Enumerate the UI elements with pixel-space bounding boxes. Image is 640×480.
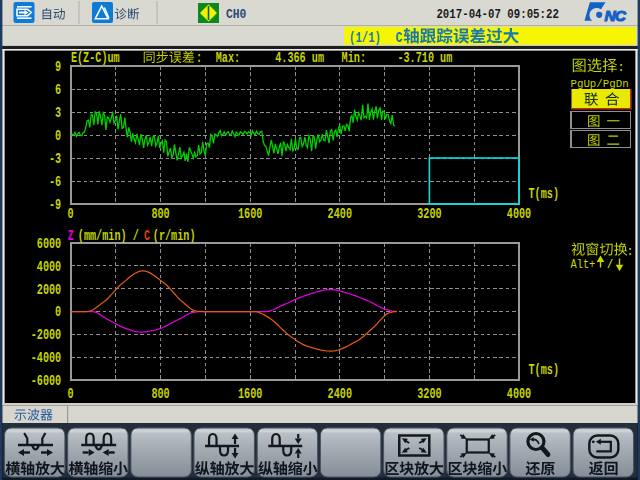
svg-text:0: 0 xyxy=(55,128,61,144)
svg-text:6: 6 xyxy=(55,82,61,98)
svg-text:T(ms): T(ms) xyxy=(529,186,560,202)
svg-text:(1/1): (1/1) xyxy=(349,30,381,47)
svg-text:1600: 1600 xyxy=(238,206,262,222)
svg-text:Z: Z xyxy=(68,228,74,244)
svg-text:4000: 4000 xyxy=(37,259,61,275)
svg-text:CH0: CH0 xyxy=(226,7,247,22)
svg-text:800: 800 xyxy=(151,206,169,222)
svg-text:3200: 3200 xyxy=(417,386,441,402)
svg-text:0: 0 xyxy=(55,304,61,320)
svg-text:Alt+: Alt+ xyxy=(571,258,596,272)
svg-text:Max:: Max: xyxy=(216,50,240,66)
svg-text:9: 9 xyxy=(55,59,61,75)
svg-text:3200: 3200 xyxy=(417,206,441,222)
svg-text:(mm/min): (mm/min) xyxy=(78,228,127,244)
svg-text:0: 0 xyxy=(68,386,74,402)
svg-text:-9: -9 xyxy=(49,197,61,213)
svg-text:0: 0 xyxy=(68,206,74,222)
svg-text:4.366 um: 4.366 um xyxy=(275,50,324,66)
svg-text:4000: 4000 xyxy=(507,206,531,222)
svg-text:T(ms): T(ms) xyxy=(529,362,560,378)
svg-text:1600: 1600 xyxy=(238,386,262,402)
svg-text:Min:: Min: xyxy=(342,50,366,66)
svg-text:-4000: -4000 xyxy=(31,350,62,366)
svg-text:3: 3 xyxy=(55,105,61,121)
svg-text:/: / xyxy=(133,228,139,244)
svg-text:800: 800 xyxy=(151,386,169,402)
svg-text:-6: -6 xyxy=(49,174,61,190)
svg-text:6000: 6000 xyxy=(37,236,61,252)
svg-text:-6000: -6000 xyxy=(31,373,62,389)
svg-text:2000: 2000 xyxy=(37,282,61,298)
svg-text:/: / xyxy=(607,258,613,272)
svg-text:C: C xyxy=(396,30,403,47)
svg-text::: : xyxy=(196,50,202,66)
svg-text:PgUp/PgDn: PgUp/PgDn xyxy=(571,78,629,90)
svg-text:-2000: -2000 xyxy=(31,327,62,343)
svg-text:2400: 2400 xyxy=(328,206,352,222)
svg-text:4000: 4000 xyxy=(507,386,531,402)
svg-text:-3: -3 xyxy=(49,151,61,167)
svg-text:2400: 2400 xyxy=(328,386,352,402)
svg-text:(r/min): (r/min) xyxy=(153,228,196,244)
svg-text::: : xyxy=(618,60,624,75)
svg-text:NC: NC xyxy=(605,7,627,24)
svg-text:2017-04-07 09:05:22: 2017-04-07 09:05:22 xyxy=(436,7,559,22)
svg-text:-3.710 um: -3.710 um xyxy=(397,50,452,66)
svg-text:C: C xyxy=(144,228,151,244)
svg-text::: : xyxy=(627,244,633,259)
svg-text:E(Z-C)um: E(Z-C)um xyxy=(71,50,120,66)
